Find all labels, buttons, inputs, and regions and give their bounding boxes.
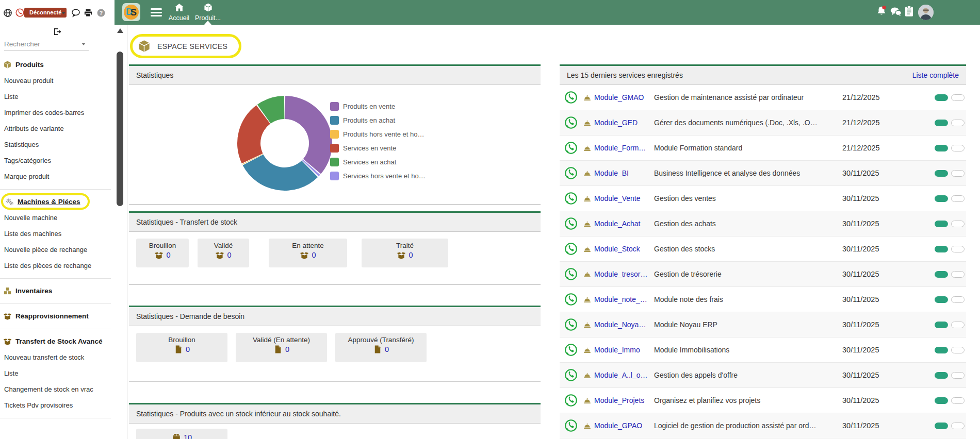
legend-item[interactable]: Services hors vente et ho… (330, 169, 426, 183)
sidebar-item-marque-produit[interactable]: Marque produit (0, 168, 115, 184)
whatsapp-icon[interactable] (564, 141, 578, 155)
notifications-bell-icon[interactable] (876, 5, 887, 16)
toggle-on-sale[interactable] (935, 372, 948, 379)
sidebar-item-liste-des-machines[interactable]: Liste des machines (0, 226, 115, 242)
sidebar-section-r-approvisionnement[interactable]: Réapprovisionnement (0, 308, 115, 324)
whatsapp-icon[interactable] (564, 418, 578, 433)
app-logo[interactable]: D S (122, 3, 140, 21)
sidebar-item-attributs-de-variante[interactable]: Attributs de variante (0, 121, 115, 137)
whatsapp-icon[interactable] (564, 292, 578, 307)
legend-item[interactable]: Produits en vente (330, 99, 426, 113)
service-name-link[interactable]: Module_A..l_o… (594, 363, 651, 388)
help-icon[interactable]: ? (96, 8, 106, 18)
whatsapp-icon[interactable] (564, 191, 578, 206)
toggle-on-sale[interactable] (935, 145, 948, 151)
sidebar-item-nouvelle-pi-ce-de-rechange[interactable]: Nouvelle pièce de rechange (0, 242, 115, 258)
service-name-link[interactable]: Module_Stock (594, 237, 651, 262)
toggle-on-purchase[interactable] (951, 397, 965, 404)
toggle-on-purchase[interactable] (951, 246, 965, 252)
whatsapp-status-icon[interactable] (15, 8, 25, 18)
whatsapp-icon[interactable] (564, 90, 578, 105)
toggle-on-purchase[interactable] (951, 195, 965, 202)
speech-bubble-icon[interactable] (71, 8, 80, 18)
service-name-link[interactable]: Module_Noya… (594, 312, 651, 337)
toggle-on-sale[interactable] (935, 423, 948, 429)
toggle-on-sale[interactable] (935, 296, 948, 303)
hamburger-menu-icon[interactable] (151, 8, 162, 16)
toggle-on-sale[interactable] (935, 246, 948, 252)
toggle-on-purchase[interactable] (951, 221, 965, 227)
toggle-on-purchase[interactable] (951, 170, 965, 177)
sidebar-item-tags-cat-gories[interactable]: Tags/catégories (0, 153, 115, 168)
sidebar-item-statistiques[interactable]: Statistiques (0, 137, 115, 153)
sidebar-item-nouveau-produit[interactable]: Nouveau produit (0, 73, 115, 89)
sidebar-section-transfert-de-stock-avanc-[interactable]: Transfert de Stock Avancé (0, 333, 115, 349)
toggle-on-purchase[interactable] (951, 372, 965, 379)
toggle-on-sale[interactable] (935, 120, 948, 126)
disconnected-caret-icon[interactable] (61, 12, 66, 14)
toggle-on-purchase[interactable] (951, 347, 965, 353)
service-name-link[interactable]: Module_Form… (594, 136, 651, 161)
sidebar-item-nouveau-transfert-de-stock[interactable]: Nouveau transfert de stock (0, 349, 115, 365)
service-name-link[interactable]: Module_tresor… (594, 262, 651, 287)
sidebar-section-machines-pi-ces[interactable]: Machines & Piéces (1, 193, 90, 210)
sidebar-item-liste-des-pi-ces-de-rechange[interactable]: Liste des pièces de rechange (0, 258, 115, 274)
toggle-on-sale[interactable] (935, 271, 948, 278)
toggle-on-purchase[interactable] (951, 423, 965, 429)
logout-button[interactable] (0, 25, 115, 37)
products-services-donut-chart[interactable] (233, 92, 336, 195)
sidebar-section-produits[interactable]: Produits (0, 56, 115, 73)
sidebar-item-nouvelle-machine[interactable]: Nouvelle machine (0, 210, 115, 226)
service-name-link[interactable]: Module_Projets (594, 388, 651, 413)
whatsapp-icon[interactable] (564, 343, 578, 357)
nav-product[interactable]: Produit... (193, 0, 222, 25)
toggle-on-sale[interactable] (935, 397, 948, 404)
sidebar-item-imprimer-des-codes-barres[interactable]: Imprimer des codes-barres (0, 105, 115, 121)
toggle-on-purchase[interactable] (951, 120, 965, 126)
disconnected-button[interactable]: Déconnecté (24, 8, 67, 18)
whatsapp-icon[interactable] (564, 216, 578, 231)
user-avatar[interactable] (918, 5, 934, 20)
service-name-link[interactable]: Module_Achat (594, 211, 651, 237)
toggle-on-purchase[interactable] (951, 296, 965, 303)
whatsapp-icon[interactable] (564, 368, 578, 382)
toggle-on-sale[interactable] (935, 195, 948, 202)
toggle-on-sale[interactable] (935, 347, 948, 353)
donut-segment-produits-en-vente[interactable] (285, 96, 332, 174)
sidebar-item-liste[interactable]: Liste (0, 365, 115, 381)
service-name-link[interactable]: Module_GMAO (594, 85, 651, 110)
whatsapp-icon[interactable] (564, 267, 578, 281)
toggle-on-purchase[interactable] (951, 94, 965, 101)
toggle-on-purchase[interactable] (951, 271, 965, 278)
scrollbar-thumb[interactable] (117, 52, 123, 206)
whatsapp-icon[interactable] (564, 393, 578, 408)
scrollbar-up-arrow[interactable] (117, 28, 123, 33)
whatsapp-icon[interactable] (564, 317, 578, 332)
nav-home[interactable]: Accueil (166, 0, 192, 25)
search-select[interactable]: Rechercher (4, 37, 89, 51)
sidebar-item-tickets-pdv-provisoires[interactable]: Tickets Pdv provisoires (0, 397, 115, 413)
toggle-on-purchase[interactable] (951, 145, 965, 151)
legend-item[interactable]: Services en vente (330, 141, 426, 155)
whatsapp-icon[interactable] (564, 242, 578, 256)
printer-icon[interactable] (84, 8, 93, 18)
sidebar-item-changement-de-stock-en-vrac[interactable]: Changement de stock en vrac (0, 381, 115, 397)
service-name-link[interactable]: Module_note_… (594, 287, 651, 312)
service-name-link[interactable]: Module_GPAO (594, 413, 651, 438)
whatsapp-icon[interactable] (564, 166, 578, 180)
service-name-link[interactable]: Module_Vente (594, 186, 651, 211)
legend-item[interactable]: Produits en achat (330, 113, 426, 127)
whatsapp-icon[interactable] (564, 115, 578, 130)
toggle-on-sale[interactable] (935, 221, 948, 227)
legend-item[interactable]: Produits hors vente et ho… (330, 127, 426, 141)
full-list-link[interactable]: Liste complète (912, 71, 959, 79)
sidebar-item-liste[interactable]: Liste (0, 89, 115, 105)
service-name-link[interactable]: Module_Immo (594, 337, 651, 363)
sidebar-section-inventaires[interactable]: Inventaires (0, 282, 115, 299)
clipboard-icon[interactable] (905, 6, 913, 17)
toggle-on-sale[interactable] (935, 170, 948, 177)
toggle-on-sale[interactable] (935, 94, 948, 101)
legend-item[interactable]: Services en achat (330, 155, 426, 169)
toggle-on-purchase[interactable] (951, 322, 965, 328)
messages-icon[interactable] (890, 7, 902, 17)
